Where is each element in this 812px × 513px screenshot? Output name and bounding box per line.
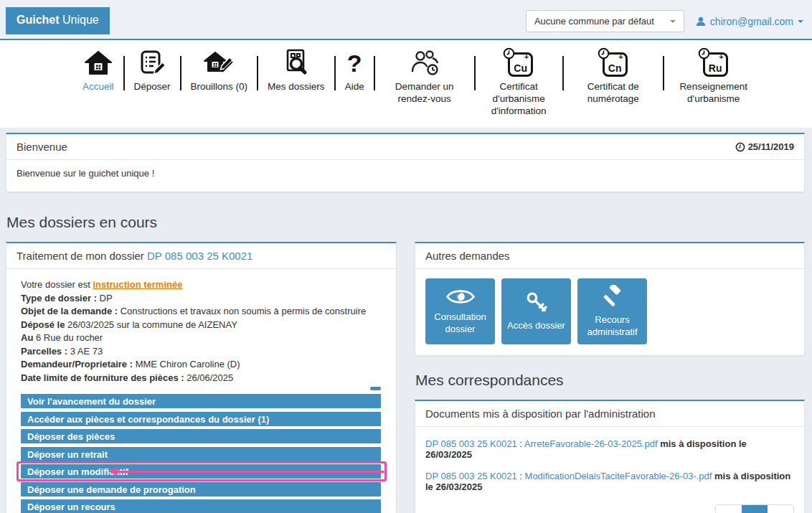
tile-label: Accès dossier bbox=[507, 320, 565, 332]
pagination-row: De 1 à 2 sur 2 lignes ← 1 → bbox=[425, 497, 794, 513]
user-icon bbox=[696, 17, 706, 27]
top-header: Guichet Unique Aucune commune par défaut… bbox=[0, 0, 812, 40]
nav-item-label: Mes dossiers bbox=[268, 81, 325, 93]
main-content: Bienvenue 25/11/2019 Bienvenue sur le gu… bbox=[0, 128, 812, 513]
action-voir-avancement[interactable]: Voir l'avancement du dossier bbox=[21, 394, 381, 408]
detail-line: Déposé le 26/03/2025 sur la commune de A… bbox=[21, 319, 382, 332]
nav-item-label: Demander un rendez-vous bbox=[384, 81, 465, 105]
welcome-panel-header: Bienvenue 25/11/2019 bbox=[6, 134, 804, 160]
main-nav: Accueil Déposer Brouillons (0) Mes dossi… bbox=[0, 40, 812, 128]
nav-item-label: Certificat d'urbanisme d'information bbox=[485, 81, 553, 118]
autres-demandes-tiles: Consultation dossier Accès dossier Recou… bbox=[415, 269, 804, 355]
document-dossier-link[interactable]: DP 085 003 25 K0021 bbox=[425, 471, 517, 481]
autres-demandes-title: Autres demandes bbox=[425, 250, 510, 262]
app-logo-bold: Guichet bbox=[16, 14, 60, 26]
welcome-message: Bienvenue sur le guichet unique ! bbox=[6, 160, 804, 192]
document-dossier-link[interactable]: DP 085 003 25 K0021 bbox=[425, 438, 517, 449]
nav-item-label: Accueil bbox=[82, 81, 114, 93]
tile-label: Consultation dossier bbox=[425, 311, 495, 336]
key-icon bbox=[524, 291, 549, 315]
action-deposer-recours[interactable]: Déposer un recours bbox=[21, 499, 381, 513]
help-icon: ? bbox=[347, 49, 362, 77]
detail-line: Demandeur/Proprietaire : MME Chiron Caro… bbox=[21, 358, 382, 372]
action-deposer-pieces[interactable]: Déposer des pièces bbox=[21, 429, 381, 443]
document-file-link[interactable]: ModificationDelaisTaciteFavorable-26-03-… bbox=[525, 471, 712, 481]
nav-item-label: Aide bbox=[345, 81, 364, 93]
status-link[interactable]: instruction terminée bbox=[93, 279, 182, 290]
dossier-panel: Traitement de mon dossier DP 085 003 25 … bbox=[6, 242, 397, 513]
nav-item-label: Certificat de numérotage bbox=[573, 81, 653, 105]
section-title-correspondances: Mes correspondances bbox=[415, 372, 805, 389]
document-row: DP 085 003 25 K0021 : ModificationDelais… bbox=[425, 465, 794, 497]
dossier-status-line: Votre dossier est instruction terminée bbox=[21, 278, 382, 292]
nav-item-renseignement-urbanisme[interactable]: Ru + Renseignement d'urbanisme bbox=[664, 49, 763, 105]
detail-line: Au 6 Rue du rocher bbox=[21, 331, 382, 345]
folder-search-icon bbox=[283, 49, 310, 77]
action-acceder-pieces[interactable]: Accéder aux pièces et correspondances du… bbox=[21, 412, 381, 426]
commune-select-value: Aucune commune par défaut bbox=[534, 16, 654, 27]
gavel-icon bbox=[600, 285, 625, 309]
nav-item-rendez-vous[interactable]: Demander un rendez-vous bbox=[375, 49, 474, 105]
dossier-title: Traitement de mon dossier DP 085 003 25 … bbox=[16, 250, 252, 262]
detail-line: Type de dossier : DP bbox=[21, 292, 382, 306]
app-logo[interactable]: Guichet Unique bbox=[6, 7, 110, 34]
tile-acces-dossier[interactable]: Accès dossier bbox=[501, 278, 571, 344]
nav-item-certificat-numerotage[interactable]: Cn + Certificat de numérotage bbox=[564, 49, 663, 105]
header-right: Aucune commune par défaut chiron@gmail.c… bbox=[526, 10, 803, 32]
action-deposer-prorogation[interactable]: Déposer une demande de prorogation bbox=[21, 482, 381, 496]
pager-prev-button[interactable]: ← bbox=[716, 505, 742, 513]
detail-line: Date limite de fourniture des pièces : 2… bbox=[21, 372, 382, 385]
action-deposer-modificatif[interactable]: Déposer un modificatif bbox=[21, 464, 381, 479]
tile-consultation-dossier[interactable]: Consultation dossier bbox=[425, 278, 495, 344]
dossier-panel-header: Traitement de mon dossier DP 085 003 25 … bbox=[6, 243, 396, 269]
app-logo-regular: Unique bbox=[60, 14, 99, 26]
autres-demandes-panel: Autres demandes Consultation dossier Acc… bbox=[415, 242, 805, 356]
pager: ← 1 → bbox=[715, 504, 794, 513]
tile-recours-administratif[interactable]: Recours administratif bbox=[577, 278, 647, 344]
home-icon bbox=[84, 49, 113, 77]
chevron-down-icon bbox=[670, 20, 676, 23]
nav-item-label: Renseignement d'urbanisme bbox=[674, 81, 754, 105]
detail-line: Parcelles : 3 AE 73 bbox=[21, 345, 382, 359]
collapse-toggle[interactable] bbox=[370, 387, 381, 390]
eye-icon bbox=[445, 287, 476, 306]
nav-item-deposer[interactable]: Déposer bbox=[125, 49, 180, 93]
commune-select[interactable]: Aucune commune par défaut bbox=[526, 10, 684, 32]
pager-page-1[interactable]: 1 bbox=[742, 505, 768, 513]
nav-item-certificat-urbanisme[interactable]: Cu + Certificat d'urbanisme d'informatio… bbox=[476, 49, 562, 118]
autres-demandes-header: Autres demandes bbox=[415, 243, 804, 269]
pager-next-button[interactable]: → bbox=[768, 505, 793, 513]
tile-label: Recours administratif bbox=[577, 314, 647, 339]
ru-certificate-icon: Ru + bbox=[699, 49, 728, 77]
cn-certificate-icon: Cn + bbox=[599, 49, 628, 77]
dossier-actions: Voir l'avancement du dossier Accéder aux… bbox=[6, 392, 396, 513]
welcome-panel: Bienvenue 25/11/2019 Bienvenue sur le gu… bbox=[6, 133, 805, 192]
appointment-icon bbox=[409, 49, 440, 77]
correspondances-panel: Documents mis à disposition par l'admini… bbox=[415, 400, 805, 513]
welcome-title: Bienvenue bbox=[16, 141, 67, 153]
nav-item-aide[interactable]: ? Aide bbox=[336, 49, 374, 93]
nav-item-brouillons[interactable]: Brouillons (0) bbox=[181, 49, 258, 93]
correspondances-title: Documents mis à disposition par l'admini… bbox=[425, 408, 656, 420]
document-row: DP 085 003 25 K0021 : ArreteFavorable-26… bbox=[425, 433, 794, 465]
dossier-number-link[interactable]: DP 085 003 25 K0021 bbox=[147, 250, 252, 262]
clock-icon bbox=[735, 142, 745, 152]
nav-item-label: Brouillons (0) bbox=[191, 81, 248, 93]
document-file-link[interactable]: ArreteFavorable-26-03-2025.pdf bbox=[524, 438, 658, 449]
deposit-form-icon bbox=[138, 49, 166, 77]
detail-line: Objet de la demande : Constructions et t… bbox=[21, 305, 382, 319]
chevron-down-icon bbox=[798, 20, 803, 23]
user-email: chiron@gmail.com bbox=[710, 16, 793, 27]
nav-item-mes-dossiers[interactable]: Mes dossiers bbox=[258, 49, 334, 93]
drafts-icon bbox=[203, 49, 235, 77]
nav-item-label: Déposer bbox=[134, 81, 171, 93]
correspondances-body: DP 085 003 25 K0021 : ArreteFavorable-26… bbox=[415, 427, 804, 513]
dossier-details: Votre dossier est instruction terminée T… bbox=[6, 269, 396, 385]
user-menu[interactable]: chiron@gmail.com bbox=[696, 16, 803, 27]
nav-item-accueil[interactable]: Accueil bbox=[73, 49, 123, 93]
cu-certificate-icon: Cu + bbox=[504, 49, 533, 77]
correspondances-header: Documents mis à disposition par l'admini… bbox=[415, 401, 804, 427]
action-deposer-retrait[interactable]: Déposer un retrait bbox=[21, 447, 381, 461]
section-title-dossiers: Mes dossiers en cours bbox=[6, 214, 805, 231]
welcome-date: 25/11/2019 bbox=[735, 141, 794, 152]
